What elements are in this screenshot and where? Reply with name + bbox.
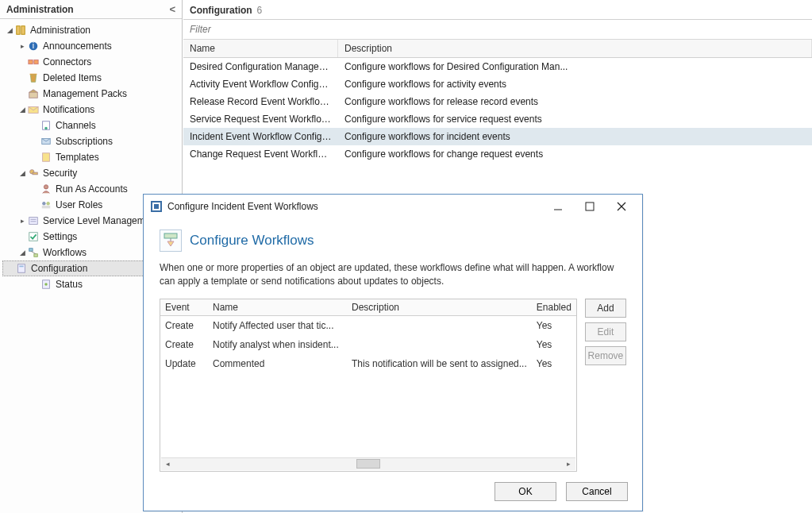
svg-point-30 xyxy=(44,283,48,286)
edit-button[interactable]: Edit xyxy=(585,322,626,341)
settings-icon xyxy=(27,230,40,243)
cell-desc xyxy=(347,337,532,353)
dialog-heading: Configure Workflows xyxy=(160,230,626,252)
grid-row[interactable]: Change Request Event Workflow... Configu… xyxy=(183,145,812,163)
svg-rect-15 xyxy=(33,172,37,175)
column-header-name[interactable]: Name xyxy=(208,299,347,315)
add-button[interactable]: Add xyxy=(585,299,626,318)
tree-item-management-packs[interactable]: Management Packs xyxy=(0,86,182,102)
svg-point-16 xyxy=(44,185,48,189)
tree-item-deleted-items[interactable]: Deleted Items xyxy=(0,70,182,86)
tree-item-connectors[interactable]: Connectors xyxy=(0,54,182,70)
cell-name: Activity Event Workflow Configur... xyxy=(183,78,338,91)
minimize-button[interactable] xyxy=(542,198,574,215)
connectors-icon xyxy=(27,56,40,68)
svg-rect-27 xyxy=(18,264,25,273)
slm-icon xyxy=(27,214,40,227)
item-count: 6 xyxy=(257,5,263,16)
grid-row[interactable]: Incident Event Workflow Configur... Conf… xyxy=(183,128,812,145)
dialog-titlebar[interactable]: Configure Incident Event Workflows xyxy=(144,195,642,218)
workflow-row[interactable]: Update Commented This notification will … xyxy=(160,354,576,373)
tree-root-administration[interactable]: ◢ Administration xyxy=(0,22,182,38)
svg-text:i: i xyxy=(33,40,34,50)
column-header-enabled[interactable]: Enabled xyxy=(532,299,576,315)
main-panel-title: Configuration xyxy=(190,5,252,16)
scroll-right-icon[interactable]: ▸ xyxy=(563,458,575,469)
tree-item-announcements[interactable]: ▸ i Announcements xyxy=(0,38,182,54)
svg-marker-39 xyxy=(167,241,174,246)
svg-rect-1 xyxy=(21,26,25,35)
cell-enabled: Yes xyxy=(532,318,576,334)
tree-label: Deleted Items xyxy=(43,72,102,83)
tree-label: Status xyxy=(56,279,83,290)
tree-item-templates[interactable]: Templates xyxy=(0,149,182,165)
horizontal-scrollbar[interactable]: ◂ ▸ xyxy=(161,457,575,470)
column-header-event[interactable]: Event xyxy=(160,299,208,315)
subscription-icon xyxy=(40,135,52,148)
configuration-icon xyxy=(15,262,28,275)
dialog-app-icon xyxy=(150,200,163,213)
cell-desc: Configure workflows for incident events xyxy=(338,130,812,143)
maximize-button[interactable] xyxy=(574,198,606,215)
ok-button[interactable]: OK xyxy=(495,482,556,501)
tree-item-security[interactable]: ◢ Security xyxy=(0,165,182,181)
svg-rect-8 xyxy=(29,92,38,98)
collapse-panel-button[interactable]: < xyxy=(169,3,175,15)
tree-label: Configuration xyxy=(31,263,87,274)
workflow-list[interactable]: Event Name Description Enabled Create No… xyxy=(160,299,577,472)
cell-desc: Configure workflows for activity events xyxy=(338,78,812,91)
security-icon xyxy=(27,167,40,179)
cell-name: Incident Event Workflow Configur... xyxy=(183,130,338,143)
main-panel-header: Configuration 6 xyxy=(183,0,812,20)
dialog-heading-text: Configure Workflows xyxy=(190,233,314,249)
tree-label: Settings xyxy=(43,231,77,242)
channel-icon xyxy=(40,119,52,132)
grid-header: Name Description xyxy=(183,40,812,58)
workflow-row[interactable]: Create Notify Affected user that tic... … xyxy=(160,316,576,335)
dialog-footer: OK Cancel xyxy=(495,482,628,501)
grid-row[interactable]: Desired Configuration Managem... Configu… xyxy=(183,58,812,75)
cell-desc: Configure workflows for release record e… xyxy=(338,95,812,108)
workflow-list-header: Event Name Description Enabled xyxy=(160,299,576,316)
cell-name: Commented xyxy=(208,356,347,372)
close-button[interactable] xyxy=(606,198,637,215)
filter-input[interactable] xyxy=(188,21,807,37)
workflow-row[interactable]: Create Notify analyst when insident... Y… xyxy=(160,335,576,354)
grid-row[interactable]: Activity Event Workflow Configur... Conf… xyxy=(183,75,812,93)
workflow-buttons: Add Edit Remove xyxy=(585,299,626,472)
tree-label: Management Packs xyxy=(43,88,127,99)
column-header-name[interactable]: Name xyxy=(183,40,338,57)
svg-rect-28 xyxy=(19,266,23,268)
cell-desc: Configure workflows for service request … xyxy=(338,113,812,125)
tree-item-subscriptions[interactable]: Subscriptions xyxy=(0,133,182,149)
dialog-description: When one or more properties of an object… xyxy=(160,261,626,289)
scroll-left-icon[interactable]: ◂ xyxy=(161,458,174,469)
cell-name: Change Request Event Workflow... xyxy=(183,148,338,160)
trash-icon xyxy=(27,71,40,84)
grid-row[interactable]: Release Record Event Workflow C... Confi… xyxy=(183,93,812,110)
tree-item-notifications[interactable]: ◢ Notifications xyxy=(0,102,182,118)
cancel-button[interactable]: Cancel xyxy=(566,482,628,501)
workflow-area: Event Name Description Enabled Create No… xyxy=(160,299,626,472)
cell-event: Create xyxy=(160,337,208,353)
svg-rect-25 xyxy=(34,254,37,257)
workflow-large-icon xyxy=(160,230,182,252)
tree-label: Announcements xyxy=(43,40,112,52)
tree-item-channels[interactable]: Channels xyxy=(0,118,182,133)
svg-rect-23 xyxy=(29,233,38,241)
svg-rect-0 xyxy=(17,26,20,35)
scrollbar-thumb[interactable] xyxy=(356,459,380,469)
dialog-title: Configure Incident Event Workflows xyxy=(167,201,318,212)
column-header-description[interactable]: Description xyxy=(338,40,812,57)
tree-label: Notifications xyxy=(43,104,94,115)
grid-row[interactable]: Service Request Event Workflow... Config… xyxy=(183,110,812,128)
workflow-icon xyxy=(27,246,40,259)
cell-name: Notify Affected user that tic... xyxy=(208,318,347,334)
column-header-description[interactable]: Description xyxy=(347,299,532,315)
tree-label: Workflows xyxy=(43,247,87,258)
cell-name: Release Record Event Workflow C... xyxy=(183,95,338,108)
dialog-body: Configure Workflows When one or more pro… xyxy=(144,218,642,478)
svg-rect-33 xyxy=(154,204,159,209)
remove-button[interactable]: Remove xyxy=(585,346,626,365)
cell-event: Update xyxy=(160,356,208,372)
